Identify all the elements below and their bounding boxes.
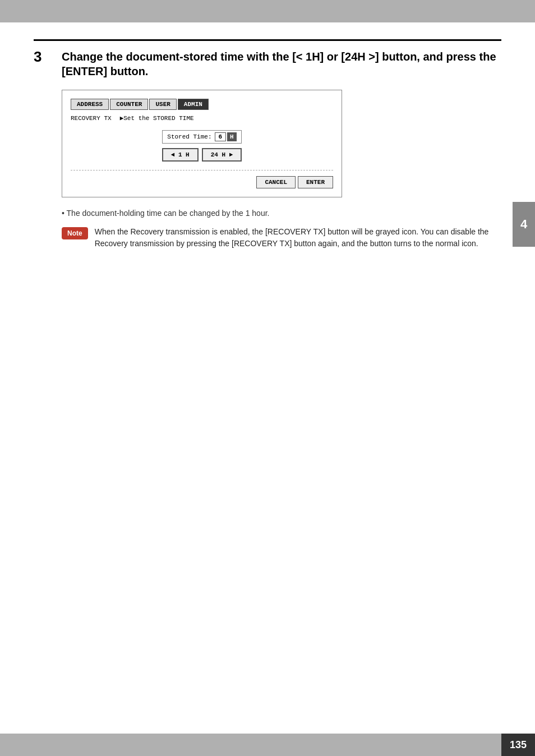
breadcrumb-path: ▶Set the STORED TIME: [120, 114, 194, 122]
increase-hour-button[interactable]: 24 H ►: [202, 148, 242, 162]
stored-time-row: Stored Time: 6 H: [162, 130, 241, 144]
breadcrumb-label: RECOVERY TX: [71, 115, 112, 122]
stored-time-value: 6: [215, 132, 227, 141]
bullet-text: The document-holding time can be changed…: [67, 209, 270, 218]
time-setting-area: Stored Time: 6 H ◄ 1 H 24 H ►: [71, 130, 333, 162]
hour-buttons-row: ◄ 1 H 24 H ►: [162, 148, 242, 162]
bullet-symbol: •: [62, 209, 67, 218]
tabs-row: ADDRESS COUNTER USER ADMIN: [71, 99, 333, 110]
stored-time-label: Stored Time:: [167, 133, 211, 140]
step-section: 3 Change the document-stored time with t…: [34, 39, 501, 79]
note-text: When the Recovery transmission is enable…: [95, 226, 501, 250]
cancel-button[interactable]: CANCEL: [256, 176, 296, 188]
tab-admin[interactable]: ADMIN: [178, 99, 209, 110]
action-buttons-row: CANCEL ENTER: [71, 176, 333, 188]
enter-button[interactable]: ENTER: [298, 176, 333, 188]
tab-user[interactable]: USER: [149, 99, 176, 110]
note-box: Note When the Recovery transmission is e…: [62, 226, 501, 250]
step-title: Change the document-stored time with the…: [62, 49, 501, 79]
stored-time-unit: H: [227, 132, 237, 141]
breadcrumb-row: RECOVERY TX ▶Set the STORED TIME: [71, 114, 333, 122]
note-badge: Note: [62, 227, 88, 239]
side-tab-number: 4: [513, 202, 535, 247]
tab-address[interactable]: ADDRESS: [71, 99, 109, 110]
top-bar: [0, 0, 535, 22]
page-number: 135: [501, 734, 535, 756]
tab-counter[interactable]: COUNTER: [110, 99, 148, 110]
decrease-hour-button[interactable]: ◄ 1 H: [162, 148, 199, 162]
bullet-note: • The document-holding time can be chang…: [62, 209, 501, 218]
bottom-bar: 135: [0, 734, 535, 756]
divider-line: [71, 170, 333, 170]
step-number: 3: [34, 48, 56, 66]
screen-container: ADDRESS COUNTER USER ADMIN RECOVERY TX ▶…: [62, 90, 342, 197]
